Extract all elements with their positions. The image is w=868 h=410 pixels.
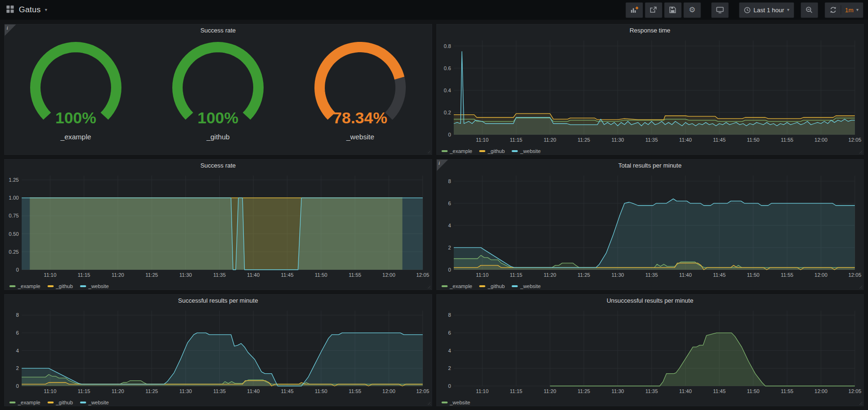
x-tick-label: 11:45 xyxy=(281,388,294,394)
legend-item[interactable]: _github xyxy=(479,283,505,289)
settings-button[interactable]: ⚙ xyxy=(683,2,701,18)
share-button[interactable] xyxy=(645,2,662,18)
panel-unsuccessful-results: Unsuccessful results per minute 0246811:… xyxy=(436,294,864,406)
legend-series-name: _website xyxy=(520,148,540,154)
zoom-out-button[interactable] xyxy=(801,2,818,18)
x-tick-label: 11:35 xyxy=(645,137,658,143)
cycle-view-button[interactable] xyxy=(711,2,729,18)
legend-item[interactable]: _website xyxy=(512,283,540,289)
x-tick-label: 12:00 xyxy=(814,137,828,143)
panel-title[interactable]: Success rate xyxy=(5,160,432,172)
x-tick-label: 11:10 xyxy=(476,388,489,394)
x-tick-label: 11:15 xyxy=(510,272,522,278)
y-tick-label: 2 xyxy=(448,245,450,250)
panel-success-rate-gauges: i Success rate 100%_example100%_github78… xyxy=(4,24,432,155)
legend-item[interactable]: _github xyxy=(48,400,73,405)
y-tick-label: 0 xyxy=(16,383,19,389)
legend-item[interactable]: _website xyxy=(80,283,109,289)
legend-series-swatch xyxy=(442,150,448,152)
legend-item[interactable]: _example xyxy=(442,283,473,289)
refresh-icon xyxy=(829,6,837,14)
chart-response-time[interactable]: 00.20.40.60.811:1011:1511:2011:2511:3011… xyxy=(437,37,863,146)
chart-total-results[interactable]: 0246811:1011:1511:2011:2511:3011:3511:40… xyxy=(437,172,863,281)
panel-title[interactable]: Success rate xyxy=(5,24,432,37)
x-tick-label: 12:05 xyxy=(848,137,861,143)
legend-item[interactable]: _website xyxy=(442,400,470,405)
x-tick-label: 11:40 xyxy=(679,388,691,394)
y-tick-label: 0.2 xyxy=(443,110,450,115)
x-tick-label: 11:45 xyxy=(281,272,294,278)
dashboard-grid-icon[interactable] xyxy=(6,5,15,16)
x-tick-label: 11:25 xyxy=(577,388,590,394)
gauge-label: _example xyxy=(61,133,91,141)
x-tick-label: 11:50 xyxy=(747,388,759,394)
x-tick-label: 11:20 xyxy=(544,388,556,394)
add-panel-button[interactable] xyxy=(626,2,643,18)
legend-series-name: _website xyxy=(450,400,470,405)
legend-series-name: _github xyxy=(488,148,505,154)
panel-title[interactable]: Total results per minute xyxy=(437,160,864,172)
dashboard-picker[interactable]: Gatus ▾ xyxy=(6,5,47,16)
x-tick-label: 11:30 xyxy=(179,272,192,278)
share-icon xyxy=(650,6,657,14)
legend-series-swatch xyxy=(9,285,16,287)
x-tick-label: 11:55 xyxy=(349,272,362,278)
panel-info-icon[interactable]: i xyxy=(5,24,16,36)
panel-info-icon[interactable]: i xyxy=(437,160,448,171)
x-tick-label: 11:20 xyxy=(544,272,556,278)
y-tick-label: 0.8 xyxy=(443,43,450,49)
chart-successful-results[interactable]: 0246811:1011:1511:2011:2511:3011:3511:40… xyxy=(5,307,431,397)
legend-series-name: _github xyxy=(56,400,73,405)
y-tick-label: 8 xyxy=(448,178,450,184)
legend-item[interactable]: _example xyxy=(9,400,40,405)
chart-legend: _example_github_website xyxy=(437,146,864,155)
legend-series-name: _example xyxy=(450,283,473,289)
dashboard-title[interactable]: Gatus xyxy=(19,5,40,15)
x-tick-label: 12:05 xyxy=(416,388,429,394)
x-tick-label: 12:00 xyxy=(382,388,395,394)
x-tick-label: 11:50 xyxy=(747,137,759,143)
gauge-value: 100% xyxy=(56,109,96,127)
x-tick-label: 11:15 xyxy=(510,137,522,143)
y-tick-label: 2 xyxy=(448,365,450,371)
time-range-picker[interactable]: Last 1 hour ▾ xyxy=(739,2,794,18)
y-tick-label: 6 xyxy=(448,201,450,206)
y-tick-label: 4 xyxy=(448,223,450,228)
y-tick-label: 0.50 xyxy=(9,231,19,237)
x-tick-label: 11:25 xyxy=(577,272,590,278)
legend-item[interactable]: _website xyxy=(80,400,109,405)
panel-title[interactable]: Successful results per minute xyxy=(5,295,432,307)
legend-series-swatch xyxy=(80,285,86,287)
chart-success-rate[interactable]: 00.250.500.751.001.2511:1011:1511:2011:2… xyxy=(5,172,431,281)
save-button[interactable] xyxy=(664,2,682,18)
legend-series-name: _website xyxy=(88,400,109,405)
gauge-row: 100%_example100%_github78.34%_website xyxy=(5,37,432,141)
legend-item[interactable]: _website xyxy=(512,148,540,154)
x-tick-label: 11:40 xyxy=(679,137,691,143)
x-tick-label: 11:15 xyxy=(78,388,90,394)
panel-title[interactable]: Response time xyxy=(437,24,864,37)
legend-series-name: _github xyxy=(56,283,73,289)
toolbar: ⚙ Last 1 hour ▾ 1m ▾ xyxy=(626,2,863,18)
gauge-label: _website xyxy=(346,133,374,141)
x-tick-label: 11:55 xyxy=(780,137,793,143)
refresh-button-group[interactable]: 1m ▾ xyxy=(825,2,863,18)
legend-item[interactable]: _example xyxy=(9,283,40,289)
x-tick-label: 11:30 xyxy=(611,388,624,394)
y-tick-label: 4 xyxy=(448,348,450,354)
y-tick-label: 6 xyxy=(448,330,450,336)
chart-unsuccessful-results[interactable]: 0246811:1011:1511:2011:2511:3011:3511:40… xyxy=(437,307,863,397)
legend-item[interactable]: _github xyxy=(479,148,505,154)
y-tick-label: 0 xyxy=(448,383,450,389)
legend-series-name: _example xyxy=(18,283,40,289)
legend-item[interactable]: _example xyxy=(442,148,473,154)
panel-title[interactable]: Unsuccessful results per minute xyxy=(437,295,864,307)
gauge-svg: 100% xyxy=(147,37,289,133)
y-tick-label: 0 xyxy=(448,267,450,273)
clock-icon xyxy=(744,7,751,14)
legend-item[interactable]: _github xyxy=(48,283,73,289)
x-tick-label: 11:45 xyxy=(713,137,725,143)
x-tick-label: 11:15 xyxy=(78,272,90,278)
chart-svg: 0246811:1011:1511:2011:2511:3011:3511:40… xyxy=(437,307,863,395)
refresh-interval-label: 1m xyxy=(845,7,853,14)
